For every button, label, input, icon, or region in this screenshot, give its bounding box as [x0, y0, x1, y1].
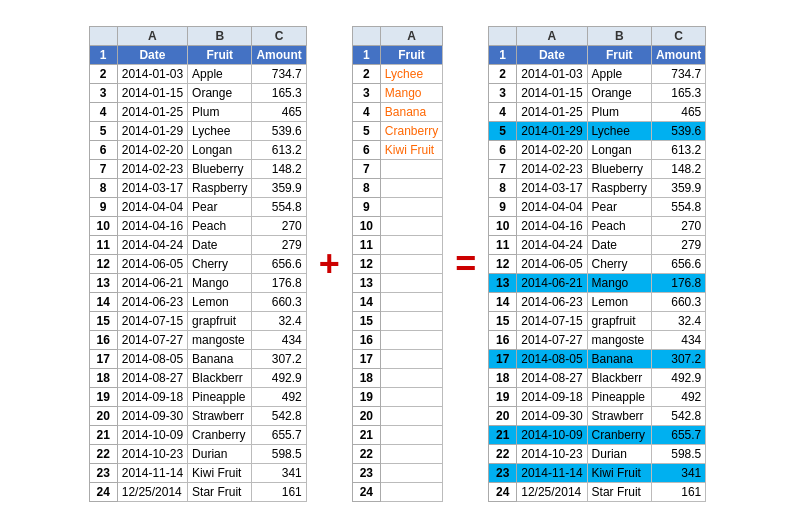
row-header: 5 — [89, 122, 117, 141]
cell-amount: 32.4 — [651, 312, 705, 331]
cell-date: 2014-04-24 — [117, 236, 187, 255]
row-header: 10 — [89, 217, 117, 236]
row-header: 13 — [489, 274, 517, 293]
table-c: A B C 1 Date Fruit Amount2 2014-01-03 Ap… — [488, 26, 706, 502]
table-row: 22 2014-10-23 Durian 598.5 — [489, 445, 706, 464]
table-row: 8 — [352, 179, 442, 198]
row-header: 22 — [489, 445, 517, 464]
cell-fruit: Mango — [188, 274, 252, 293]
cell-amount: 542.8 — [651, 407, 705, 426]
cell-fruit: Banana — [380, 103, 442, 122]
cell-fruit — [380, 312, 442, 331]
table-row: 12 2014-06-05 Cherry 656.6 — [89, 255, 306, 274]
table-row: 6 Kiwi Fruit — [352, 141, 442, 160]
row-header: 17 — [352, 350, 380, 369]
col-header-a-b: A — [380, 27, 442, 46]
table-row: 5 Cranberry — [352, 122, 442, 141]
row-header: 18 — [489, 369, 517, 388]
table-row: 16 — [352, 331, 442, 350]
cell-fruit: Pineapple — [587, 388, 651, 407]
row-header: 1 — [89, 46, 117, 65]
row-header: 16 — [89, 331, 117, 350]
cell-date: 2014-01-15 — [517, 84, 587, 103]
cell-date: 2014-04-16 — [117, 217, 187, 236]
cell-fruit: Lychee — [587, 122, 651, 141]
cell-fruit: Orange — [587, 84, 651, 103]
row-header: 8 — [352, 179, 380, 198]
cell-date: 2014-11-14 — [517, 464, 587, 483]
table-row: 1 Fruit — [352, 46, 442, 65]
cell-amount: 734.7 — [252, 65, 306, 84]
cell-fruit: Durian — [188, 445, 252, 464]
table-row: 17 2014-08-05 Banana 307.2 — [489, 350, 706, 369]
cell-date: 2014-03-17 — [517, 179, 587, 198]
table-row: 10 2014-04-16 Peach 270 — [89, 217, 306, 236]
cell-fruit: Date — [587, 236, 651, 255]
cell-date: 2014-06-23 — [117, 293, 187, 312]
table-row: 14 2014-06-23 Lemon 660.3 — [89, 293, 306, 312]
table-row: 12 — [352, 255, 442, 274]
row-header: 19 — [89, 388, 117, 407]
cell-fruit — [380, 255, 442, 274]
row-header: 10 — [352, 217, 380, 236]
cell-date: 12/25/2014 — [117, 483, 187, 502]
row-header: 3 — [352, 84, 380, 103]
row-header: 15 — [489, 312, 517, 331]
row-header: 9 — [489, 198, 517, 217]
equals-operator: = — [451, 243, 480, 285]
row-header: 20 — [89, 407, 117, 426]
table-row: 11 2014-04-24 Date 279 — [89, 236, 306, 255]
cell-fruit: Strawberr — [188, 407, 252, 426]
cell-amount: 613.2 — [651, 141, 705, 160]
cell-amount: 656.6 — [651, 255, 705, 274]
table-row: 16 2014-07-27 mangoste 434 — [89, 331, 306, 350]
cell-amount: 465 — [651, 103, 705, 122]
row-header: 3 — [89, 84, 117, 103]
col-header-c-a: C — [252, 27, 306, 46]
table-row: 8 2014-03-17 Raspberry 359.9 — [89, 179, 306, 198]
cell-fruit: Banana — [188, 350, 252, 369]
row-header: 8 — [89, 179, 117, 198]
cell-fruit: Strawberr — [587, 407, 651, 426]
row-header: 6 — [489, 141, 517, 160]
col-fruit-header: Fruit — [380, 46, 442, 65]
cell-fruit: mangoste — [188, 331, 252, 350]
table-row: 3 2014-01-15 Orange 165.3 — [489, 84, 706, 103]
table-row: 24 12/25/2014 Star Fruit 161 — [89, 483, 306, 502]
cell-date: 2014-09-18 — [517, 388, 587, 407]
cell-fruit — [380, 198, 442, 217]
table-row: 11 — [352, 236, 442, 255]
row-header: 7 — [89, 160, 117, 179]
cell-date: 2014-07-27 — [117, 331, 187, 350]
table-row: 17 2014-08-05 Banana 307.2 — [89, 350, 306, 369]
cell-date: 2014-10-23 — [117, 445, 187, 464]
cell-fruit: Blueberry — [587, 160, 651, 179]
table-row: 13 — [352, 274, 442, 293]
table-row: 17 — [352, 350, 442, 369]
cell-date: 2014-04-04 — [117, 198, 187, 217]
row-header: 22 — [352, 445, 380, 464]
table-row: 9 — [352, 198, 442, 217]
col-header-empty-a — [89, 27, 117, 46]
cell-amount: 307.2 — [252, 350, 306, 369]
row-header: 11 — [352, 236, 380, 255]
table-row: 21 2014-10-09 Cranberry 655.7 — [89, 426, 306, 445]
cell-amount: 176.8 — [651, 274, 705, 293]
table-row: 2 2014-01-03 Apple 734.7 — [89, 65, 306, 84]
row-header: 20 — [352, 407, 380, 426]
table-row: 4 2014-01-25 Plum 465 — [489, 103, 706, 122]
cell-date: 2014-10-23 — [517, 445, 587, 464]
cell-date: 2014-01-25 — [117, 103, 187, 122]
cell-amount: 270 — [252, 217, 306, 236]
cell-amount: 341 — [651, 464, 705, 483]
row-header: 2 — [489, 65, 517, 84]
cell-fruit: Durian — [587, 445, 651, 464]
col-date-header: Date — [117, 46, 187, 65]
cell-amount: 165.3 — [651, 84, 705, 103]
row-header: 7 — [489, 160, 517, 179]
cell-fruit — [380, 331, 442, 350]
table-row: 19 2014-09-18 Pineapple 492 — [489, 388, 706, 407]
main-container: A B C 1 Date Fruit Amount2 2014-01-03 Ap… — [85, 22, 711, 506]
cell-fruit: Raspberry — [587, 179, 651, 198]
col-header-empty-c — [489, 27, 517, 46]
